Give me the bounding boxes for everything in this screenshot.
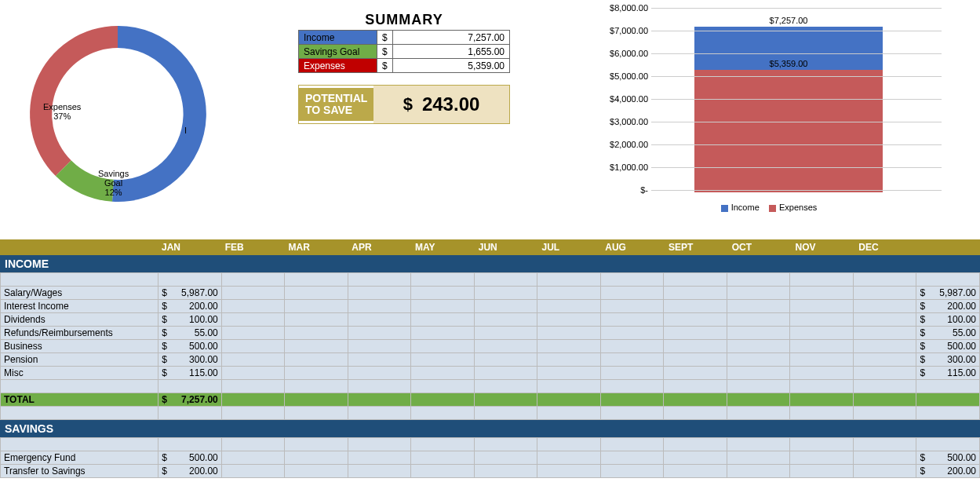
savings-jan-cell[interactable]: $500.00 <box>158 451 222 465</box>
income-row-total: $115.00 <box>916 367 980 380</box>
months-header: JANFEBMARAPRMAYJUNJULAUGSEPTOCTNOVDEC <box>0 239 980 255</box>
income-row-label: Interest Income <box>1 300 158 313</box>
income-jan-cell[interactable]: $55.00 <box>158 327 222 340</box>
income-row-label: Misc <box>1 367 158 380</box>
income-row-label: Refunds/Reimbursements <box>1 327 158 340</box>
income-jan-cell[interactable]: $115.00 <box>158 367 222 380</box>
income-header: INCOME <box>0 255 980 272</box>
month-dec: DEC <box>854 242 917 253</box>
bar-expenses-value: $5,359.00 <box>694 59 883 68</box>
income-row-label: Salary/Wages <box>1 287 158 300</box>
donut-label-income: I <box>184 126 187 135</box>
savings-row-label: Transfer to Savings <box>1 465 158 478</box>
income-row-label: Dividends <box>1 313 158 327</box>
summary-income-value: 7,257.00 <box>393 31 510 45</box>
month-aug: AUG <box>600 242 664 253</box>
donut-label-expenses: Expenses37% <box>43 102 81 121</box>
income-jan-cell[interactable]: $200.00 <box>158 300 222 313</box>
potential-label: POTENTIAL TO SAVE <box>299 88 373 122</box>
income-row-total: $100.00 <box>916 313 980 327</box>
potential-to-save-box: POTENTIAL TO SAVE $243.00 <box>298 85 510 124</box>
summary-expenses-value: 5,359.00 <box>393 59 510 73</box>
income-jan-cell[interactable]: $300.00 <box>158 353 222 367</box>
summary-income-label: Income <box>299 31 377 45</box>
income-jan-cell[interactable]: $5,987.00 <box>158 287 222 300</box>
income-total-jan: $7,257.00 <box>158 393 222 407</box>
month-oct: OCT <box>727 242 791 253</box>
summary-expenses-label: Expenses <box>299 59 377 73</box>
bar-income-value: $7,257.00 <box>694 16 883 25</box>
income-table: Salary/Wages$5,987.00$5,987.00Interest I… <box>0 272 980 420</box>
income-row-label: Business <box>1 340 158 353</box>
summary-block: SUMMARY Income$7,257.00 Savings Goal$1,6… <box>298 4 510 224</box>
income-row-label: Pension <box>1 353 158 367</box>
month-nov: NOV <box>791 242 854 253</box>
month-may: MAY <box>410 242 474 253</box>
summary-title: SUMMARY <box>298 12 510 28</box>
month-jul: JUL <box>537 242 601 253</box>
income-jan-cell[interactable]: $100.00 <box>158 313 222 327</box>
bar-chart: $8,000.00$7,000.00$6,000.00$5,000.00$4,0… <box>596 8 942 216</box>
savings-header: SAVINGS <box>0 420 980 437</box>
savings-row-label: Emergency Fund <box>1 451 158 465</box>
summary-table: Income$7,257.00 Savings Goal$1,655.00 Ex… <box>298 30 510 73</box>
month-feb: FEB <box>220 242 284 253</box>
summary-savings-value: 1,655.00 <box>393 45 510 59</box>
income-jan-cell[interactable]: $500.00 <box>158 340 222 353</box>
summary-savings-label: Savings Goal <box>299 45 377 59</box>
month-jun: JUN <box>474 242 537 253</box>
donut-label-savings: SavingsGoal12% <box>98 169 129 197</box>
income-row-total: $55.00 <box>916 327 980 340</box>
month-sept: SEPT <box>664 242 727 253</box>
income-total-label: TOTAL <box>1 393 158 407</box>
income-row-total: $300.00 <box>916 353 980 367</box>
month-apr: APR <box>347 242 410 253</box>
income-row-total: $200.00 <box>916 300 980 313</box>
savings-row-total: $200.00 <box>916 465 980 478</box>
bar-legend: Income Expenses <box>596 203 942 212</box>
savings-table: Emergency Fund$500.00$500.00Transfer to … <box>0 437 980 478</box>
month-mar: MAR <box>284 242 348 253</box>
income-row-total: $500.00 <box>916 340 980 353</box>
income-row-total: $5,987.00 <box>916 287 980 300</box>
month-jan: JAN <box>157 242 220 253</box>
savings-row-total: $500.00 <box>916 451 980 465</box>
potential-value: 243.00 <box>422 93 479 115</box>
savings-jan-cell[interactable]: $200.00 <box>158 465 222 478</box>
donut-chart: I SavingsGoal12% Expenses37% <box>8 4 298 224</box>
